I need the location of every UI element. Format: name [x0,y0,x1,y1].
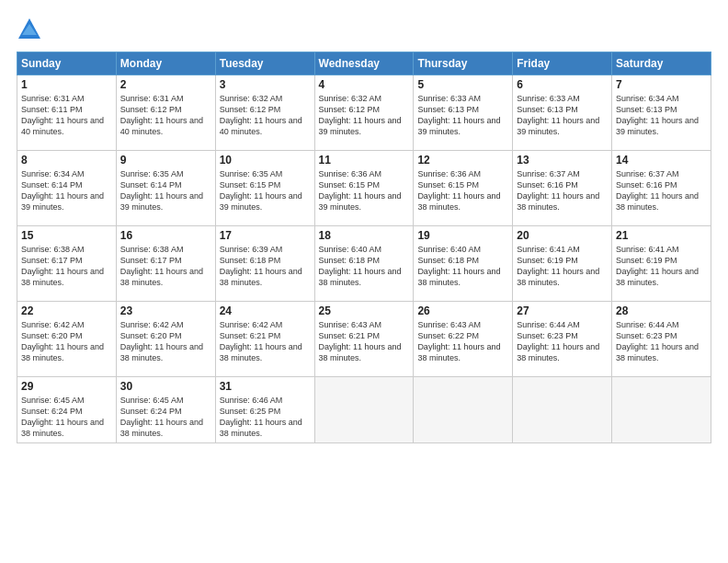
calendar-day: 5Sunrise: 6:33 AMSunset: 6:13 PMDaylight… [414,75,513,151]
calendar-week-5: 29Sunrise: 6:45 AMSunset: 6:24 PMDayligh… [17,377,711,443]
day-info: Sunrise: 6:33 AMSunset: 6:13 PMDaylight:… [417,93,508,138]
day-number: 13 [517,154,608,167]
day-number: 8 [21,154,112,167]
day-info: Sunrise: 6:32 AMSunset: 6:12 PMDaylight:… [319,93,410,138]
calendar-week-1: 1Sunrise: 6:31 AMSunset: 6:11 PMDaylight… [17,75,711,151]
calendar-day: 1Sunrise: 6:31 AMSunset: 6:11 PMDaylight… [17,75,117,151]
day-number: 23 [120,304,211,317]
day-number: 24 [220,304,311,317]
day-info: Sunrise: 6:32 AMSunset: 6:12 PMDaylight:… [220,93,311,138]
day-number: 5 [417,78,508,91]
day-number: 7 [616,78,707,91]
calendar-day: 8Sunrise: 6:34 AMSunset: 6:14 PMDaylight… [17,151,117,226]
day-number: 21 [616,229,707,242]
calendar-day: 27Sunrise: 6:44 AMSunset: 6:23 PMDayligh… [513,302,612,377]
day-number: 2 [120,78,211,91]
day-info: Sunrise: 6:43 AMSunset: 6:21 PMDaylight:… [319,319,410,364]
calendar-week-3: 15Sunrise: 6:38 AMSunset: 6:17 PMDayligh… [17,226,711,302]
day-info: Sunrise: 6:31 AMSunset: 6:12 PMDaylight:… [120,93,211,138]
day-info: Sunrise: 6:44 AMSunset: 6:23 PMDaylight:… [517,319,608,364]
weekday-header-row: SundayMondayTuesdayWednesdayThursdayFrid… [17,52,711,75]
calendar-week-2: 8Sunrise: 6:34 AMSunset: 6:14 PMDaylight… [17,151,711,226]
day-info: Sunrise: 6:46 AMSunset: 6:25 PMDaylight:… [220,395,311,440]
day-number: 28 [616,304,707,317]
header [17,17,711,42]
day-number: 25 [319,304,410,317]
calendar-day: 9Sunrise: 6:35 AMSunset: 6:14 PMDaylight… [116,151,215,226]
day-number: 30 [120,380,211,393]
day-info: Sunrise: 6:39 AMSunset: 6:18 PMDaylight:… [220,244,311,289]
calendar-day: 21Sunrise: 6:41 AMSunset: 6:19 PMDayligh… [612,226,711,302]
day-info: Sunrise: 6:34 AMSunset: 6:14 PMDaylight:… [21,168,112,213]
calendar-day: 12Sunrise: 6:36 AMSunset: 6:15 PMDayligh… [414,151,513,226]
weekday-header-saturday: Saturday [612,52,711,75]
calendar-day: 24Sunrise: 6:42 AMSunset: 6:21 PMDayligh… [215,302,314,377]
day-info: Sunrise: 6:43 AMSunset: 6:22 PMDaylight:… [417,319,508,364]
day-number: 10 [220,154,311,167]
day-number: 29 [21,380,112,393]
calendar-day: 7Sunrise: 6:34 AMSunset: 6:13 PMDaylight… [612,75,711,151]
calendar-day [612,377,711,443]
day-info: Sunrise: 6:42 AMSunset: 6:20 PMDaylight:… [120,319,211,364]
calendar-day: 30Sunrise: 6:45 AMSunset: 6:24 PMDayligh… [116,377,215,443]
day-number: 14 [616,154,707,167]
day-number: 17 [220,229,311,242]
day-info: Sunrise: 6:35 AMSunset: 6:15 PMDaylight:… [220,168,311,213]
calendar-day: 4Sunrise: 6:32 AMSunset: 6:12 PMDaylight… [314,75,414,151]
day-info: Sunrise: 6:40 AMSunset: 6:18 PMDaylight:… [319,244,410,289]
weekday-header-wednesday: Wednesday [314,52,414,75]
day-info: Sunrise: 6:41 AMSunset: 6:19 PMDaylight:… [616,244,707,289]
day-number: 22 [21,304,112,317]
day-number: 12 [417,154,508,167]
day-number: 15 [21,229,112,242]
calendar-day: 18Sunrise: 6:40 AMSunset: 6:18 PMDayligh… [314,226,414,302]
day-info: Sunrise: 6:45 AMSunset: 6:24 PMDaylight:… [21,395,112,440]
day-info: Sunrise: 6:42 AMSunset: 6:21 PMDaylight:… [220,319,311,364]
calendar-day: 15Sunrise: 6:38 AMSunset: 6:17 PMDayligh… [17,226,117,302]
weekday-header-friday: Friday [513,52,612,75]
calendar-day: 23Sunrise: 6:42 AMSunset: 6:20 PMDayligh… [116,302,215,377]
calendar-day: 6Sunrise: 6:33 AMSunset: 6:13 PMDaylight… [513,75,612,151]
day-number: 3 [220,78,311,91]
logo-icon [17,17,42,42]
day-number: 1 [21,78,112,91]
day-number: 6 [517,78,608,91]
day-number: 19 [417,229,508,242]
weekday-header-tuesday: Tuesday [215,52,314,75]
day-info: Sunrise: 6:44 AMSunset: 6:23 PMDaylight:… [616,319,707,364]
calendar-day: 26Sunrise: 6:43 AMSunset: 6:22 PMDayligh… [414,302,513,377]
day-info: Sunrise: 6:42 AMSunset: 6:20 PMDaylight:… [21,319,112,364]
day-info: Sunrise: 6:34 AMSunset: 6:13 PMDaylight:… [616,93,707,138]
day-info: Sunrise: 6:36 AMSunset: 6:15 PMDaylight:… [417,168,508,213]
day-number: 27 [517,304,608,317]
calendar-week-4: 22Sunrise: 6:42 AMSunset: 6:20 PMDayligh… [17,302,711,377]
day-info: Sunrise: 6:38 AMSunset: 6:17 PMDaylight:… [21,244,112,289]
day-info: Sunrise: 6:45 AMSunset: 6:24 PMDaylight:… [120,395,211,440]
weekday-header-monday: Monday [116,52,215,75]
day-number: 9 [120,154,211,167]
day-info: Sunrise: 6:37 AMSunset: 6:16 PMDaylight:… [616,168,707,213]
calendar-day: 2Sunrise: 6:31 AMSunset: 6:12 PMDaylight… [116,75,215,151]
calendar: SundayMondayTuesdayWednesdayThursdayFrid… [17,52,711,443]
calendar-day: 20Sunrise: 6:41 AMSunset: 6:19 PMDayligh… [513,226,612,302]
weekday-header-sunday: Sunday [17,52,117,75]
day-info: Sunrise: 6:38 AMSunset: 6:17 PMDaylight:… [120,244,211,289]
day-number: 20 [517,229,608,242]
calendar-day: 25Sunrise: 6:43 AMSunset: 6:21 PMDayligh… [314,302,414,377]
calendar-day: 19Sunrise: 6:40 AMSunset: 6:18 PMDayligh… [414,226,513,302]
day-info: Sunrise: 6:33 AMSunset: 6:13 PMDaylight:… [517,93,608,138]
page: SundayMondayTuesdayWednesdayThursdayFrid… [0,0,728,563]
calendar-day: 31Sunrise: 6:46 AMSunset: 6:25 PMDayligh… [215,377,314,443]
calendar-day [513,377,612,443]
weekday-header-thursday: Thursday [414,52,513,75]
calendar-day: 16Sunrise: 6:38 AMSunset: 6:17 PMDayligh… [116,226,215,302]
day-info: Sunrise: 6:31 AMSunset: 6:11 PMDaylight:… [21,93,112,138]
day-info: Sunrise: 6:37 AMSunset: 6:16 PMDaylight:… [517,168,608,213]
day-info: Sunrise: 6:40 AMSunset: 6:18 PMDaylight:… [417,244,508,289]
day-number: 31 [220,380,311,393]
calendar-day: 13Sunrise: 6:37 AMSunset: 6:16 PMDayligh… [513,151,612,226]
calendar-day: 28Sunrise: 6:44 AMSunset: 6:23 PMDayligh… [612,302,711,377]
day-number: 16 [120,229,211,242]
calendar-day [314,377,414,443]
calendar-day [414,377,513,443]
